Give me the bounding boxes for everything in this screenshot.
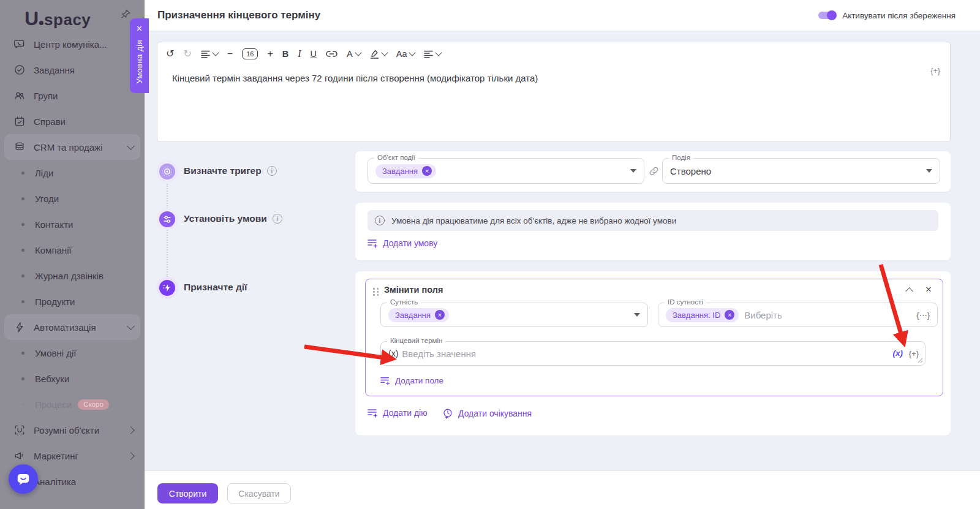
font-size-increase-button[interactable]: + (267, 49, 273, 59)
chip-label: Завдання: ID (673, 311, 720, 320)
sidebar-item-processes: Процеси Скоро (0, 391, 145, 417)
sidebar-item-communications[interactable]: Центр комуніка... (0, 31, 145, 57)
chevron-down-icon[interactable] (630, 169, 636, 173)
sidebar-item-companies[interactable]: Компанії (0, 237, 145, 263)
font-size-decrease-button[interactable]: − (227, 49, 233, 59)
sidebar-item-deals[interactable]: Угоди (0, 186, 145, 211)
sidebar-item-contacts[interactable]: Контакти (0, 211, 145, 237)
deadline-field[interactable]: Кінцевий термін (x) Введіть значення (x)… (380, 341, 925, 366)
info-icon[interactable]: i (267, 166, 277, 176)
editor-toolbar: ↺ ↻ − 16 + B I U A Aa (157, 42, 950, 66)
steps-connector-line (167, 184, 168, 277)
logo-text: spacy (44, 10, 91, 29)
slideover-tab-conditional-action[interactable]: × Умовна дія (130, 18, 149, 93)
page-title: Призначення кінцевого терміну (157, 0, 320, 31)
entity-chip[interactable]: Завдання × (388, 308, 449, 322)
entity-select[interactable]: Сутність Завдання × (380, 303, 648, 327)
add-action-button[interactable]: Додати дію (368, 408, 428, 418)
remove-icon[interactable]: × (435, 310, 445, 320)
megaphone-icon (13, 450, 26, 462)
activate-toggle[interactable] (818, 12, 835, 19)
sidebar-item-conditional-actions[interactable]: Умовні дії (0, 340, 145, 366)
sidebar-item-label: Журнал дзвінків (35, 271, 104, 281)
undo-button[interactable]: ↺ (166, 49, 174, 59)
drag-handle-icon[interactable] (373, 288, 380, 296)
underline-button[interactable]: U (311, 49, 317, 59)
italic-button[interactable]: I (298, 48, 301, 59)
add-field-button[interactable]: Додати поле (380, 376, 443, 385)
sidebar-item-tasks[interactable]: Завдання (0, 57, 145, 83)
create-button[interactable]: Створити (157, 483, 218, 503)
event-object-select[interactable]: Об'єкт події Завдання × (368, 158, 644, 184)
braces-token-icon[interactable]: {⋯} (916, 311, 930, 320)
sidebar-item-label: Умовні дії (35, 348, 77, 358)
entity-id-chip[interactable]: Завдання: ID × (666, 308, 739, 322)
insert-formula-icon[interactable]: (x) (893, 349, 903, 358)
close-icon[interactable]: × (137, 24, 142, 34)
chevron-down-icon[interactable] (634, 313, 640, 317)
add-wait-button[interactable]: Додати очікування (442, 408, 532, 419)
step-trigger: Визначте тригер i (184, 165, 277, 176)
description-editor[interactable]: ↺ ↻ − 16 + B I U A Aa (157, 42, 951, 142)
font-size-value[interactable]: 16 (242, 48, 258, 59)
check-circle-icon (13, 64, 26, 76)
editor-content[interactable]: Кінцевий термін завдання через 72 години… (157, 66, 950, 83)
line-height-button[interactable] (201, 50, 218, 58)
redo-button[interactable]: ↻ (183, 49, 191, 59)
resize-grip-icon[interactable] (918, 358, 923, 363)
sidebar-item-call-log[interactable]: Журнал дзвінків (0, 263, 145, 288)
highlight-icon (370, 50, 379, 59)
uspacy-logo: Uspacy (24, 7, 91, 34)
bullet-icon (21, 300, 24, 303)
sidebar-item-label: CRM та продажі (34, 142, 102, 153)
align-button[interactable] (424, 50, 441, 58)
sidebar-item-automation[interactable]: Автоматизація (4, 314, 140, 340)
stack-icon (13, 141, 26, 153)
chevron-down-icon (212, 49, 219, 56)
add-condition-button[interactable]: Додати умову (368, 238, 437, 248)
logo-letter: U (24, 7, 39, 30)
event-object-chip[interactable]: Завдання × (375, 164, 436, 178)
step-trigger-icon (156, 160, 178, 183)
step-actions-icon (156, 277, 178, 299)
sidebar-item-smart-objects[interactable]: Розумні об'єкти (0, 417, 145, 443)
chip-label: Завдання (395, 311, 431, 320)
trigger-card: Об'єкт події Завдання × Подія Створено (355, 151, 951, 192)
bold-button[interactable]: B (282, 49, 288, 59)
sidebar-item-label: Ліди (35, 168, 53, 178)
link-button[interactable] (326, 50, 337, 58)
sidebar-item-label: Завдання (34, 65, 75, 75)
close-icon[interactable]: × (925, 284, 932, 296)
align-left-icon (424, 50, 433, 58)
insert-variable-icon[interactable]: {+} (930, 67, 940, 75)
sidebar-item-products[interactable]: Продукти (0, 288, 145, 314)
remove-icon[interactable]: × (422, 166, 432, 176)
formula-token: (x) (388, 349, 398, 358)
event-select[interactable]: Подія Створено (662, 158, 940, 184)
sidebar-item-leads[interactable]: Ліди (0, 160, 145, 186)
chevron-down-icon (127, 322, 135, 330)
bullet-icon (21, 172, 24, 175)
collapse-icon[interactable] (905, 287, 913, 295)
sidebar-item-crm[interactable]: CRM та продажі (4, 134, 140, 160)
chevron-right-icon (127, 426, 135, 434)
event-object-label: Об'єкт події (374, 154, 418, 161)
entity-id-field[interactable]: ID сутності Завдання: ID × Виберіть {⋯} (658, 303, 938, 327)
text-color-button[interactable]: A (347, 49, 361, 59)
chevron-down-icon[interactable] (926, 169, 932, 173)
chat-widget-button[interactable] (9, 464, 38, 494)
logo-dot-icon (39, 21, 43, 25)
info-icon[interactable]: i (273, 214, 282, 224)
cancel-button[interactable]: Скасувати (227, 483, 291, 503)
sidebar-item-webhooks[interactable]: Вебхуки (0, 366, 145, 391)
sidebar-item-label: Автоматизація (34, 322, 96, 333)
text-case-button[interactable]: Aa (396, 49, 415, 59)
sidebar-item-activities[interactable]: Справи (0, 108, 145, 134)
action-change-fields-card: Змінити поля × Сутність Завдання × ID су… (365, 279, 943, 396)
highlight-color-button[interactable] (370, 50, 387, 59)
deadline-label: Кінцевий термін (387, 337, 445, 344)
insert-variable-icon[interactable]: {+} (909, 349, 919, 358)
remove-icon[interactable]: × (725, 310, 734, 320)
pin-sidebar-icon[interactable] (120, 9, 131, 20)
sidebar-item-groups[interactable]: Групи (0, 83, 145, 108)
